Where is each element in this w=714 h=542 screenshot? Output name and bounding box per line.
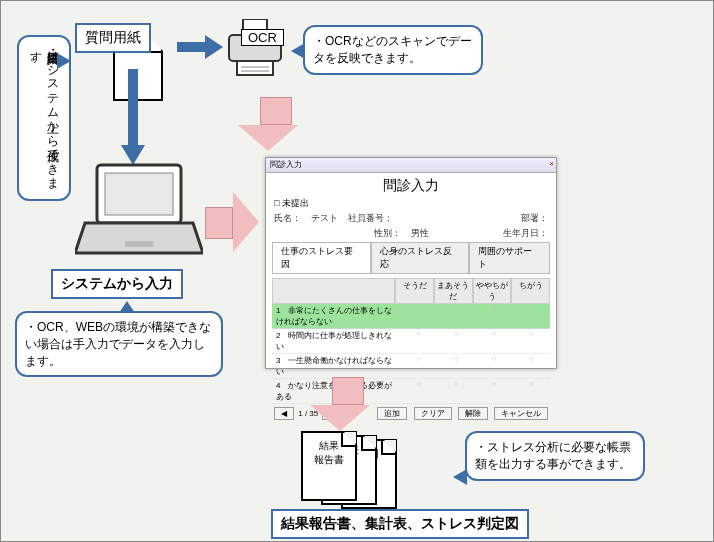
radio-option[interactable]: ○ [475,379,513,403]
remove-button-label: 解除 [465,409,481,418]
radio-option[interactable]: ○ [475,304,513,328]
birth-label: 生年月日： [503,227,548,240]
report-note-text: ・ストレス分析に必要な帳票類を出力する事ができます。 [475,440,631,471]
ocr-note-tail [291,43,305,59]
radio-option[interactable]: ○ [513,329,551,353]
cancel-button[interactable]: キャンセル [494,407,548,420]
radio-option[interactable]: ○ [513,304,551,328]
system-input-label: システムから入力 [61,275,173,291]
remove-button[interactable]: 解除 [458,407,488,420]
questionnaire-label-box: 質問用紙 [75,23,151,53]
ocr-note-callout: ・OCRなどのスキャンでデータを反映できます。 [303,25,483,75]
form-title: 問診入力 [266,173,556,197]
clear-button-label: クリア [421,409,445,418]
radio-option[interactable]: ○ [400,329,438,353]
svg-rect-4 [237,61,273,75]
doc-report: 結果 報告書 [301,431,357,501]
report-note-callout: ・ストレス分析に必要な帳票類を出力する事ができます。 [465,431,645,481]
dept-label: 部署： [521,212,548,225]
win-app-name: 問診入力 [270,159,302,170]
tab-bar: 仕事のストレス要因 心身のストレス反応 周囲のサポート [272,242,550,274]
radio-option[interactable]: ○ [400,379,438,403]
radio-option[interactable]: ○ [475,329,513,353]
svg-marker-1 [205,35,223,59]
radio-option[interactable]: ○ [513,354,551,378]
radio-option[interactable]: ○ [438,304,476,328]
svg-rect-0 [177,42,205,52]
add-button[interactable]: 追加 [377,407,407,420]
radio-option[interactable]: ○ [438,379,476,403]
question-row[interactable]: 4 かなり注意を集中する必要がある○○○○ [272,379,550,404]
tab-support[interactable]: 周囲のサポート [469,242,550,273]
manual-note-callout: ・OCR、WEBの環境が構築できない場合は手入力でデータを入力します。 [15,311,223,377]
system-input-label-box: システムから入力 [51,269,183,299]
document-stack-icon: 定図 計表 結果 報告書 [297,431,407,513]
pink-arrow-laptop-to-form-icon [205,207,259,252]
scale-2: ややちがう [473,278,512,304]
radio-option[interactable]: ○ [400,304,438,328]
ocr-label-text: OCR [248,30,277,45]
scale-0: そうだ [395,278,434,304]
manual-note-text: ・OCR、WEBの環境が構築できない場合は手入力でデータを入力します。 [25,320,211,368]
meta-row-1: 氏名： テスト 社員番号： 部署： [266,212,556,227]
tab-2-label: 周囲のサポート [478,246,532,269]
ocr-label: OCR [241,29,284,46]
laptop-icon [75,161,203,264]
svg-rect-8 [128,69,138,145]
question-text: 2 時間内に仕事が処理しきれない [272,329,400,353]
window-titlebar: 問診入力 × [266,158,556,173]
tab-stress-factor[interactable]: 仕事のストレス要因 [272,242,371,273]
gender-value: 男性 [411,227,429,240]
emp-label: 社員番号： [348,212,393,225]
cancel-button-label: キャンセル [501,409,541,418]
close-icon[interactable]: × [549,159,554,168]
tab-0-label: 仕事のストレス要因 [281,246,353,269]
question-list: 1 非常にたくさんの仕事をしなければならない○○○○2 時間内に仕事が処理しきれ… [266,304,556,404]
paper-note-text: ・質問用紙はシステム上から作成できます。 [29,43,60,183]
diagram-canvas: 質問用紙 ・質問用紙はシステム上から作成できます。 OCR ・OCRなどのスキャ… [0,0,714,542]
radio-option[interactable]: ○ [438,329,476,353]
pink-arrow-form-to-docs-icon [325,377,370,431]
svg-rect-13 [125,241,153,247]
result-output-label-box: 結果報告書、集計表、ストレス判定図 [271,509,529,539]
scale-header: そうだ まあそうだ ややちがう ちがう [272,278,550,304]
tab-stress-reaction[interactable]: 心身のストレス反応 [371,242,470,273]
paper-note-tail [57,53,71,69]
question-row[interactable]: 1 非常にたくさんの仕事をしなければならない○○○○ [272,304,550,329]
question-row[interactable]: 2 時間内に仕事が処理しきれない○○○○ [272,329,550,354]
question-text: 1 非常にたくさんの仕事をしなければならない [272,304,400,328]
app-window: 問診入力 × 問診入力 □ 未提出 氏名： テスト 社員番号： 部署： 性別： … [265,157,557,369]
pager-prev[interactable]: ◀ [274,407,294,420]
radio-option[interactable]: ○ [513,379,551,403]
questionnaire-label: 質問用紙 [85,29,141,45]
arrow-to-laptop-icon [121,69,145,165]
tab-1-label: 心身のストレス反応 [380,246,452,269]
gender-label: 性別： [374,227,401,240]
svg-marker-12 [75,223,203,253]
result-output-label: 結果報告書、集計表、ストレス判定図 [281,515,519,531]
report-note-tail [453,469,467,485]
pink-arrow-ocr-to-form-icon [253,97,298,151]
question-text: 3 一生懸命働かなければならない [272,354,400,378]
add-button-label: 追加 [384,409,400,418]
clear-button[interactable]: クリア [414,407,452,420]
scale-3: ちがう [511,278,550,304]
name-label: 氏名： [274,212,301,225]
scale-1: まあそうだ [434,278,473,304]
doc1-label: 結果 報告書 [314,440,344,465]
arrow-to-ocr-icon [177,35,223,59]
radio-option[interactable]: ○ [438,354,476,378]
meta-row-2: 性別： 男性 生年月日： [266,227,556,242]
radio-option[interactable]: ○ [400,354,438,378]
manual-note-tail [119,301,135,313]
unsubmitted-label: □ 未提出 [274,198,309,208]
svg-rect-11 [105,173,173,215]
radio-option[interactable]: ○ [475,354,513,378]
unsubmitted-checkbox[interactable]: □ 未提出 [266,197,556,212]
name-value: テスト [311,212,338,225]
question-row[interactable]: 3 一生懸命働かなければならない○○○○ [272,354,550,379]
ocr-note-text: ・OCRなどのスキャンでデータを反映できます。 [313,34,472,65]
